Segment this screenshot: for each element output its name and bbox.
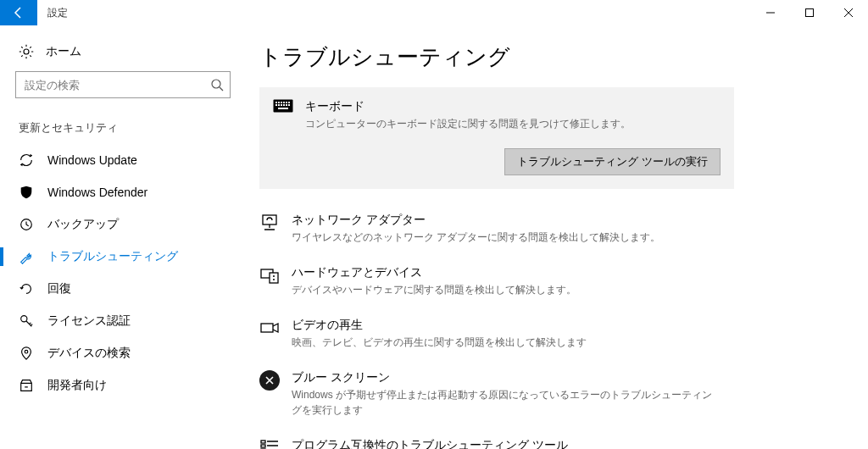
ts-selected-desc: コンピューターのキーボード設定に関する問題を見つけて修正します。 bbox=[305, 116, 631, 131]
sidebar-item-find-device[interactable]: デバイスの検索 bbox=[0, 337, 246, 369]
ts-item-desc: 映画、テレビ、ビデオの再生に関する問題を検出して解決します bbox=[292, 335, 721, 350]
titlebar: 設定 bbox=[0, 0, 868, 25]
ts-item-title: プログラム互換性のトラブルシューティング ツール bbox=[292, 438, 721, 449]
svg-point-2 bbox=[212, 80, 220, 88]
svg-rect-17 bbox=[286, 104, 287, 106]
maximize-button[interactable] bbox=[790, 0, 829, 25]
shield-icon bbox=[19, 185, 34, 200]
maximize-icon bbox=[805, 8, 814, 17]
ts-item-title: ブルー スクリーン bbox=[292, 370, 721, 385]
svg-rect-8 bbox=[278, 102, 280, 103]
troubleshooter-item-program-compatibility[interactable]: プログラム互換性のトラブルシューティング ツール 以前のバージョンの Windo… bbox=[259, 430, 734, 449]
svg-rect-15 bbox=[281, 104, 282, 106]
wrench-icon bbox=[19, 249, 34, 264]
sidebar-item-label: ライセンス認証 bbox=[47, 313, 131, 329]
minimize-icon bbox=[766, 8, 775, 17]
svg-rect-13 bbox=[275, 104, 277, 106]
main-content: トラブルシューティング キーボード コンピューターのキーボード設定に関する問題を… bbox=[246, 25, 868, 449]
ts-item-desc: ワイヤレスなどのネットワーク アダプターに関する問題を検出して解決します。 bbox=[292, 230, 721, 245]
backup-icon bbox=[19, 217, 34, 232]
window-controls bbox=[751, 0, 868, 25]
sidebar-item-label: バックアップ bbox=[47, 217, 119, 232]
sidebar-item-label: Windows Update bbox=[47, 153, 137, 167]
home-label: ホーム bbox=[46, 44, 81, 59]
svg-rect-1 bbox=[806, 9, 814, 17]
run-troubleshooter-button[interactable]: トラブルシューティング ツールの実行 bbox=[504, 148, 721, 175]
title-spacer bbox=[78, 0, 751, 25]
sync-icon bbox=[19, 152, 34, 168]
sidebar-nav: Windows Update Windows Defender バックアップ ト… bbox=[0, 144, 246, 402]
ts-item-title: ハードウェアとデバイス bbox=[292, 265, 721, 280]
sidebar-item-label: デバイスの検索 bbox=[47, 346, 131, 361]
svg-rect-22 bbox=[270, 273, 278, 283]
svg-rect-16 bbox=[283, 104, 285, 106]
network-adapter-icon bbox=[259, 213, 280, 233]
ts-item-desc: デバイスやハードウェアに関する問題を検出して解決します。 bbox=[292, 282, 721, 297]
home-link[interactable]: ホーム bbox=[0, 39, 246, 71]
sidebar-item-windows-update[interactable]: Windows Update bbox=[0, 144, 246, 176]
svg-rect-12 bbox=[288, 102, 290, 103]
svg-point-5 bbox=[25, 350, 28, 353]
svg-point-23 bbox=[273, 275, 275, 277]
key-icon bbox=[19, 313, 34, 329]
sidebar-item-backup[interactable]: バックアップ bbox=[0, 208, 246, 241]
sidebar-item-label: Windows Defender bbox=[47, 186, 147, 199]
svg-point-4 bbox=[21, 316, 27, 322]
sidebar-item-activation[interactable]: ライセンス認証 bbox=[0, 305, 246, 337]
video-icon bbox=[259, 318, 280, 338]
keyboard-icon bbox=[273, 99, 293, 119]
compatibility-icon bbox=[259, 438, 280, 449]
ts-item-title: ビデオの再生 bbox=[292, 318, 721, 333]
back-arrow-icon bbox=[12, 6, 25, 19]
ts-item-title: ネットワーク アダプター bbox=[292, 213, 721, 228]
svg-rect-10 bbox=[283, 102, 285, 103]
page-title: トラブルシューティング bbox=[259, 42, 868, 72]
troubleshooter-selected-card: キーボード コンピューターのキーボード設定に関する問題を見つけて修正します。 ト… bbox=[259, 87, 734, 189]
sidebar: ホーム 更新とセキュリティ Windows Update Windows Def… bbox=[0, 25, 246, 449]
find-device-icon bbox=[19, 346, 34, 361]
sidebar-item-label: 回復 bbox=[47, 281, 71, 297]
svg-point-24 bbox=[273, 279, 275, 280]
troubleshooter-item-network-adapter[interactable]: ネットワーク アダプター ワイヤレスなどのネットワーク アダプターに関する問題を… bbox=[259, 204, 734, 257]
svg-rect-14 bbox=[278, 104, 280, 106]
hardware-icon bbox=[259, 265, 280, 285]
troubleshooter-item-blue-screen[interactable]: ブルー スクリーン Windows が予期せず停止または再起動する原因になってい… bbox=[259, 362, 734, 430]
svg-rect-27 bbox=[261, 445, 265, 447]
svg-rect-20 bbox=[263, 215, 276, 224]
sidebar-item-recovery[interactable]: 回復 bbox=[0, 273, 246, 305]
svg-rect-18 bbox=[288, 104, 290, 106]
svg-rect-7 bbox=[275, 102, 277, 103]
svg-rect-26 bbox=[261, 441, 265, 443]
troubleshooter-item-hardware-devices[interactable]: ハードウェアとデバイス デバイスやハードウェアに関する問題を検出して解決します。 bbox=[259, 257, 734, 309]
sidebar-item-label: トラブルシューティング bbox=[47, 249, 178, 264]
close-icon bbox=[844, 8, 853, 17]
search-input[interactable] bbox=[15, 71, 231, 98]
sidebar-section-label: 更新とセキュリティ bbox=[0, 117, 246, 144]
gear-icon bbox=[19, 44, 34, 59]
sidebar-item-windows-defender[interactable]: Windows Defender bbox=[0, 176, 246, 208]
sidebar-item-label: 開発者向け bbox=[47, 378, 107, 393]
svg-rect-19 bbox=[278, 108, 288, 109]
recovery-icon bbox=[19, 281, 34, 297]
minimize-button[interactable] bbox=[751, 0, 790, 25]
troubleshooter-item-video-playback[interactable]: ビデオの再生 映画、テレビ、ビデオの再生に関する問題を検出して解決します bbox=[259, 309, 734, 362]
window-title: 設定 bbox=[37, 0, 78, 25]
svg-rect-9 bbox=[281, 102, 282, 103]
search-icon bbox=[210, 78, 224, 91]
sidebar-item-troubleshooting[interactable]: トラブルシューティング bbox=[0, 241, 246, 273]
developer-icon bbox=[19, 378, 34, 393]
search-box bbox=[15, 71, 231, 98]
svg-rect-11 bbox=[286, 102, 287, 103]
svg-line-3 bbox=[220, 87, 223, 91]
ts-item-desc: Windows が予期せず停止または再起動する原因になっているエラーのトラブルシ… bbox=[292, 387, 721, 418]
back-button[interactable] bbox=[0, 0, 37, 25]
bsod-icon bbox=[259, 370, 280, 391]
close-button[interactable] bbox=[829, 0, 868, 25]
svg-rect-25 bbox=[261, 324, 273, 332]
ts-selected-title: キーボード bbox=[305, 99, 631, 114]
sidebar-item-developer[interactable]: 開発者向け bbox=[0, 369, 246, 402]
